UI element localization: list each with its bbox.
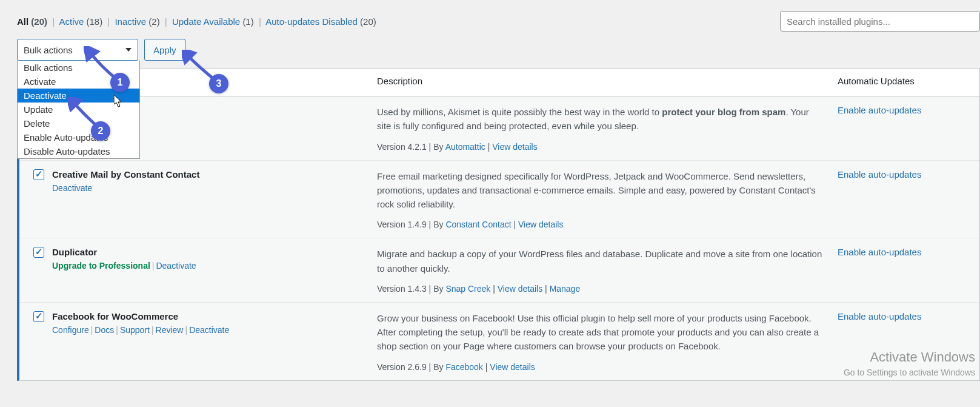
filter-update-available[interactable]: Update Available (1) — [172, 16, 254, 27]
row-checkbox[interactable] — [33, 247, 44, 258]
manage-link[interactable]: Manage — [550, 284, 581, 294]
upgrade-link[interactable]: Upgrade to Professional — [52, 261, 150, 271]
filter-all[interactable]: All (20) — [17, 16, 47, 27]
plugin-description: Grow your business on Facebook! Use this… — [377, 311, 825, 354]
annotation-badge-1: 1 — [110, 73, 130, 92]
view-details-link[interactable]: View details — [490, 362, 535, 372]
author-link[interactable]: Constant Contact — [445, 220, 511, 229]
bulk-option-disable-auto[interactable]: Disable Auto-updates — [18, 144, 139, 158]
plugin-name: Facebook for WooCommerce — [52, 311, 377, 321]
windows-activation-watermark: Activate Windows — [870, 349, 975, 365]
author-link[interactable]: Snap Creek — [445, 284, 490, 294]
docs-link[interactable]: Docs — [95, 325, 114, 335]
search-input[interactable] — [780, 11, 980, 32]
support-link[interactable]: Support — [120, 325, 150, 335]
deactivate-link[interactable]: Deactivate — [189, 325, 229, 335]
deactivate-link[interactable]: Deactivate — [156, 261, 196, 271]
enable-auto-updates-link[interactable]: Enable auto-updates — [838, 105, 921, 115]
deactivate-link[interactable]: Deactivate — [52, 183, 92, 193]
plugin-meta: Version 1.4.9 | By Constant Contact | Vi… — [377, 220, 825, 229]
author-link[interactable]: Facebook — [445, 362, 482, 372]
bulk-actions-row: Bulk actions Bulk actions Activate Deact… — [17, 39, 980, 61]
search-wrap — [780, 11, 980, 32]
plugin-meta: Version 1.4.3 | By Snap Creek | View det… — [377, 284, 825, 294]
annotation-badge-2: 2 — [91, 121, 110, 141]
row-checkbox[interactable] — [33, 169, 44, 180]
chevron-down-icon — [125, 48, 132, 52]
table-row: Creative Mail by Constant Contact Deacti… — [19, 161, 979, 239]
table-row: Facebook for WooCommerce Configure|Docs|… — [19, 303, 979, 380]
header-description: Description — [377, 76, 838, 89]
plugin-description: Migrate and backup a copy of your WordPr… — [377, 247, 825, 275]
row-checkbox[interactable] — [33, 311, 44, 322]
review-link[interactable]: Review — [156, 325, 184, 335]
header-auto-updates: Automatic Updates — [838, 76, 979, 89]
plugin-meta: Version 4.2.1 | By Automattic | View det… — [377, 142, 825, 152]
view-details-link[interactable]: View details — [518, 220, 563, 229]
plugin-name: Duplicator — [52, 247, 377, 257]
plugin-description: Used by millions, Akismet is quite possi… — [377, 105, 825, 133]
filter-autoupdates-disabled[interactable]: Auto-updates Disabled (20) — [265, 16, 376, 27]
windows-activation-sub: Go to Settings to activate Windows — [844, 368, 975, 377]
plugin-meta: Version 2.6.9 | By Facebook | View detai… — [377, 362, 825, 372]
bulk-option-enable-auto[interactable]: Enable Auto-updates — [18, 130, 139, 144]
filter-inactive[interactable]: Inactive (2) — [115, 16, 159, 27]
table-row: Duplicator Upgrade to Professional|Deact… — [19, 238, 979, 303]
table-row: Used by millions, Akismet is quite possi… — [19, 96, 979, 161]
filter-active[interactable]: Active (18) — [59, 16, 102, 27]
view-details-link[interactable]: View details — [498, 284, 542, 294]
apply-button[interactable]: Apply — [144, 39, 185, 61]
plugins-table: Description Automatic Updates Used by mi… — [17, 68, 980, 381]
enable-auto-updates-link[interactable]: Enable auto-updates — [838, 169, 921, 180]
plugin-name: Creative Mail by Constant Contact — [52, 169, 377, 180]
view-details-link[interactable]: View details — [492, 142, 537, 152]
enable-auto-updates-link[interactable]: Enable auto-updates — [838, 311, 921, 321]
bulk-option-update[interactable]: Update — [18, 103, 139, 116]
plugin-description: Free email marketing designed specifical… — [377, 169, 825, 212]
annotation-badge-3: 3 — [209, 74, 228, 93]
table-header: Description Automatic Updates — [19, 69, 979, 96]
bulk-actions-select[interactable]: Bulk actions — [17, 39, 138, 61]
bulk-option-delete[interactable]: Delete — [18, 116, 139, 130]
filter-bar: All (20) | Active (18) | Inactive (2) | … — [17, 11, 980, 32]
plugin-status-filters: All (20) | Active (18) | Inactive (2) | … — [17, 16, 376, 27]
enable-auto-updates-link[interactable]: Enable auto-updates — [838, 247, 921, 257]
configure-link[interactable]: Configure — [52, 325, 89, 335]
author-link[interactable]: Automattic — [445, 142, 485, 152]
